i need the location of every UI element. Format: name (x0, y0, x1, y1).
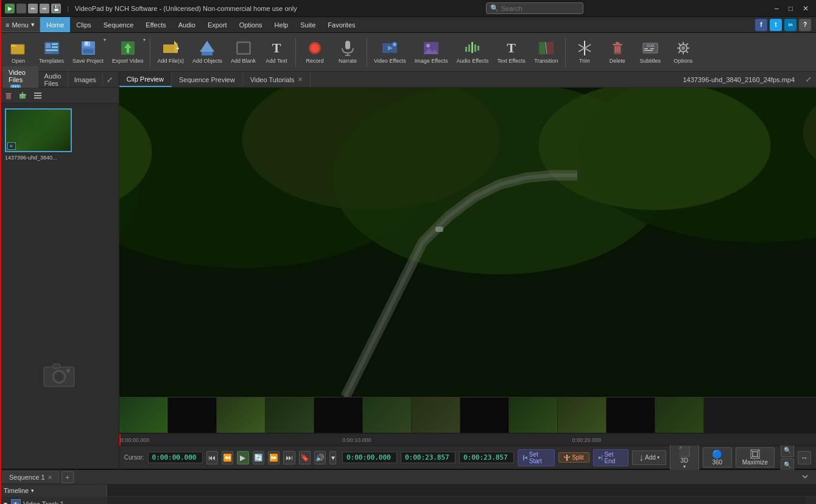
audio-effects-button[interactable]: Audio Effects (453, 35, 493, 70)
templates-icon (43, 40, 60, 57)
go-end-button[interactable]: ⏭ (283, 451, 295, 464)
sequence-tab-1[interactable]: Sequence 1 ✕ (2, 471, 59, 483)
video-effects-button[interactable]: Video Effects (370, 35, 410, 70)
video-tutorials-label: Video Tutorials (250, 76, 295, 83)
narrate-icon (339, 40, 356, 57)
image-effects-label: Image Effects (415, 58, 448, 65)
add-button[interactable]: ↓ Add ▾ (632, 450, 666, 465)
close-button[interactable]: ✕ (800, 4, 811, 13)
menu-item-favorites[interactable]: Favorites (322, 17, 361, 32)
add-blank-icon (235, 40, 252, 57)
step-back-button[interactable]: ⏪ (222, 451, 233, 464)
split-button[interactable]: Split (558, 452, 589, 463)
menu-item-clips[interactable]: Clips (70, 17, 97, 32)
3d-button[interactable]: ⬛ 3D ▾ (670, 444, 699, 471)
svg-rect-86 (119, 88, 816, 397)
tab-video-tutorials[interactable]: Video Tutorials ✕ (243, 72, 311, 87)
filmstrip-frame-9 (509, 397, 558, 433)
go-start-button[interactable]: ⏮ (206, 451, 218, 464)
fit-button[interactable]: ↔ (798, 451, 811, 464)
timeline-label-btn[interactable]: Timeline ▾ (0, 485, 107, 496)
list-item[interactable]: 1437396-uhd_3840... (5, 108, 72, 161)
video-files-label: Video Files (9, 69, 26, 83)
set-end-button[interactable]: Set End (593, 449, 628, 466)
filmstrip-frame-2 (168, 397, 217, 433)
options-button[interactable]: Options (667, 35, 699, 70)
file-area: 1437396-uhd_3840... (5, 108, 114, 161)
filmstrip-frame-8 (460, 397, 509, 433)
menu-item-effects[interactable]: Effects (139, 17, 172, 32)
trim-button[interactable]: Trim (569, 35, 600, 70)
menu-item-suite[interactable]: Suite (294, 17, 322, 32)
panel-expand[interactable]: ⤢ (103, 75, 116, 84)
search-input[interactable] (501, 5, 574, 12)
tab-clip-preview[interactable]: Clip Preview (119, 72, 172, 87)
delete-file-button[interactable] (2, 89, 15, 102)
file-panel: Video Files (1) Audio Files Images ⤢ (0, 72, 119, 469)
help-icon[interactable]: ? (799, 19, 811, 31)
preview-expand-button[interactable]: ⤢ (801, 75, 816, 83)
add-text-button[interactable]: T Add Text (261, 35, 292, 70)
video-thumbnail[interactable] (5, 108, 72, 152)
close-sequence-tab[interactable]: ✕ (47, 474, 52, 481)
add-bin-button[interactable] (17, 89, 29, 102)
sequence-tabs: Sequence 1 ✕ + (0, 470, 816, 485)
menu-item-options[interactable]: Options (233, 17, 269, 32)
export-video-button[interactable]: Export Video ▾ (108, 35, 147, 70)
expand-sequence (797, 473, 814, 481)
image-effects-button[interactable]: Image Effects (411, 35, 452, 70)
loop-button[interactable]: 🔄 (253, 451, 264, 464)
time-display-2: 0:00:23.857 (401, 452, 455, 463)
step-forward-button[interactable]: ⏩ (268, 451, 280, 464)
bookmark-button[interactable]: 🔖 (299, 451, 311, 464)
3d-icon: ⬛ (678, 446, 691, 457)
text-effects-button[interactable]: T Text Effects (493, 35, 529, 70)
save-project-button[interactable]: Save Project ▾ (69, 35, 107, 70)
maximize-button[interactable]: □ (786, 4, 795, 13)
360-button[interactable]: 🔵 360 (703, 447, 732, 467)
subtitles-button[interactable]: SUB Subtitles (635, 35, 666, 70)
narrate-button[interactable]: Narrate (332, 35, 364, 70)
add-objects-button[interactable]: Add Objects (189, 35, 226, 70)
facebook-icon[interactable]: f (755, 19, 767, 31)
close-tutorials-tab[interactable]: ✕ (298, 76, 303, 83)
menu-dropdown[interactable]: ≡ Menu ▾ (0, 17, 40, 32)
menu-item-export[interactable]: Export (202, 17, 233, 32)
add-blank-button[interactable]: Add Blank (227, 35, 259, 70)
record-button[interactable]: Record (299, 35, 331, 70)
linkedin-icon[interactable]: in (784, 19, 797, 31)
twitter-icon[interactable]: t (770, 19, 782, 31)
svg-rect-35 (465, 47, 467, 52)
menu-item-audio[interactable]: Audio (172, 17, 202, 32)
transition-button[interactable]: Transition (530, 35, 562, 70)
delete-button[interactable]: Delete (602, 35, 633, 70)
social-icons: f t in ? (755, 19, 816, 31)
right-transport: ↓ Add ▾ ⬛ 3D ▾ 🔵 360 Maximize (632, 444, 811, 472)
volume-button[interactable]: 🔊 (314, 451, 326, 464)
track-eye-button[interactable]: 👁 (11, 499, 21, 504)
tab-sequence-preview[interactable]: Sequence Preview (172, 72, 243, 87)
tab-audio-files[interactable]: Audio Files (38, 70, 68, 89)
svg-rect-60 (6, 93, 11, 99)
tab-images[interactable]: Images (68, 74, 103, 86)
track-collapse-arrow[interactable]: ▼ (2, 501, 9, 505)
set-start-button[interactable]: Set Start (518, 449, 555, 466)
add-sequence-button[interactable]: + (62, 471, 74, 483)
add-text-label: Add Text (266, 58, 287, 65)
svg-rect-73 (53, 364, 60, 368)
video-track-content[interactable]: Drag and drop your video, text and image… (107, 497, 806, 504)
volume-dropdown[interactable]: ▾ (329, 451, 336, 464)
menu-item-help[interactable]: Help (269, 17, 295, 32)
templates-button[interactable]: Templates (35, 35, 68, 70)
maximize-button[interactable]: Maximize (736, 447, 775, 467)
open-button[interactable]: Open (2, 35, 34, 70)
svg-point-74 (66, 369, 70, 373)
search-box[interactable]: 🔍 (486, 2, 583, 14)
play-button[interactable]: ▶ (237, 451, 248, 464)
list-view-button[interactable] (32, 89, 44, 102)
delete-icon (609, 40, 626, 57)
menu-item-sequence[interactable]: Sequence (97, 17, 140, 32)
minimize-button[interactable]: – (772, 4, 781, 13)
menu-item-home[interactable]: Home (40, 17, 70, 32)
add-files-button[interactable]: + Add File(s) (153, 35, 188, 70)
